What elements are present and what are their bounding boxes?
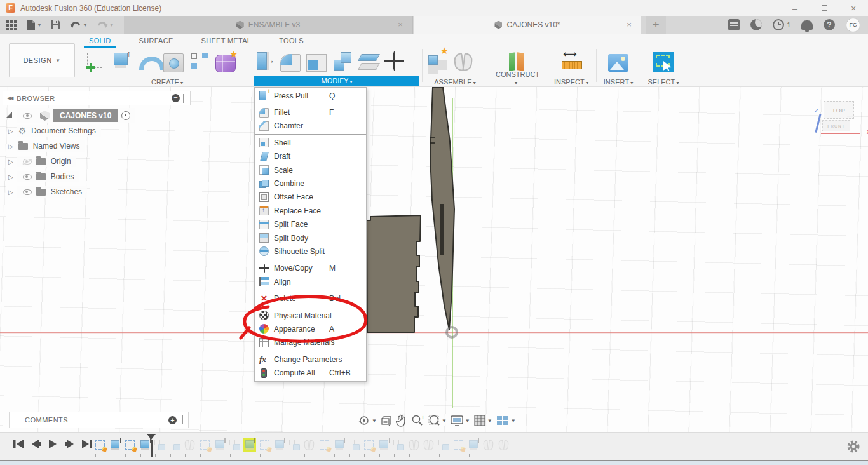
menu-item[interactable]: Align [255,275,366,288]
timeline-feature[interactable] [303,438,316,452]
new-tab-button[interactable]: + [646,16,666,34]
avatar[interactable]: FC [846,18,860,32]
joint-icon[interactable] [453,50,473,73]
menu-item[interactable]: Fillet F [255,105,366,119]
workspace-switcher[interactable]: DESIGN ▼ [9,43,75,78]
help-icon[interactable]: ? [824,19,835,30]
pan-button[interactable] [396,414,407,427]
timeline-feature[interactable] [273,438,286,452]
step-back-button[interactable] [30,439,41,449]
timeline-feature[interactable] [498,438,510,452]
menu-item[interactable]: Replace Face [255,204,366,217]
timeline-feature[interactable] [243,438,256,452]
pattern-icon[interactable] [189,50,210,73]
redo-button[interactable]: ▼ [97,20,114,29]
assemble-group-label[interactable]: ASSEMBLE [427,78,483,86]
root-component-name[interactable]: CAJONES v10 [53,109,118,122]
select-group-label[interactable]: SELECT [644,78,682,86]
menu-item[interactable]: Combine [255,177,366,190]
display-settings-button[interactable]: ▼ [450,414,470,427]
collapsed-arrow-icon[interactable]: ▷ [8,173,13,180]
timeline-feature[interactable] [452,438,465,452]
notification-clock-icon[interactable] [773,19,784,30]
browser-tree-row[interactable]: ▷ Sketches [3,184,191,199]
browser-tree-row[interactable]: ▷ Named Views [3,138,191,154]
browser-tree-row[interactable]: ▷ Origin [3,154,191,169]
timeline-feature[interactable] [378,438,391,452]
body-side-panel[interactable] [430,87,454,330]
close-button[interactable]: × [839,0,868,16]
menu-item[interactable]: Compute All Ctrl+B [255,366,366,379]
zoom-window-button[interactable]: ▼ [428,414,447,427]
viewports-button[interactable]: ▼ [496,414,516,427]
measure-icon[interactable] [561,50,581,73]
tree-node-label[interactable]: Sketches [51,187,82,196]
timeline-feature[interactable] [94,438,107,452]
menu-item[interactable]: Press Pull Q [255,89,366,102]
document-tab-ensamble[interactable]: ENSAMBLE v3 × [124,16,413,34]
view-cube-front-face[interactable]: FRONT [822,120,850,131]
timeline-settings-gear-icon[interactable] [846,440,860,454]
timeline-feature[interactable] [423,438,435,452]
zoom-button[interactable]: ± [410,414,424,427]
construction-plane-icon[interactable] [506,50,526,73]
view-cube[interactable]: TOP FRONT Z X [816,98,867,144]
split-body-icon[interactable] [358,50,379,73]
minimize-button[interactable]: – [780,0,810,16]
menu-item[interactable]: Physical Material [255,309,366,322]
menu-item[interactable]: Split Face [255,218,366,231]
insert-image-icon[interactable] [608,54,628,72]
timeline-feature[interactable] [318,438,331,452]
tree-node-label[interactable]: Document Settings [31,126,95,135]
menu-item[interactable]: Appearance A [255,322,366,335]
tab-sheet-metal[interactable]: SHEET METAL [201,37,252,47]
menu-item[interactable]: Offset Face [255,191,366,204]
browser-root-row[interactable]: CAJONES v10 [3,108,191,123]
fillet-icon[interactable] [280,54,301,72]
tree-node-label[interactable]: Origin [51,157,71,166]
select-icon[interactable] [653,52,674,72]
visibility-eye-icon[interactable] [23,159,32,165]
extrude-icon[interactable] [111,50,132,73]
timeline-feature[interactable] [259,438,271,452]
look-at-button[interactable] [380,414,393,427]
visibility-eye-icon[interactable] [23,174,32,180]
menu-item[interactable]: Shell [255,136,366,149]
menu-item[interactable]: Draft [255,150,366,163]
menu-item[interactable]: Scale [255,163,366,177]
collapse-panel-icon[interactable]: ◀◀ [7,95,12,101]
insert-group-label[interactable]: INSERT [600,78,637,86]
comments-panel[interactable]: COMMENTS + [9,412,189,428]
construct-group-label[interactable]: CONSTRUCT [496,71,536,86]
timeline-feature[interactable] [348,438,361,452]
timeline-position-marker[interactable] [147,434,156,457]
expanded-arrow-icon[interactable] [6,112,12,118]
app-grid-icon[interactable] [6,19,17,30]
play-button[interactable] [47,439,58,449]
timeline-feature[interactable] [184,438,196,452]
timeline-feature[interactable] [169,438,182,452]
orbit-button[interactable]: ▼ [358,414,377,427]
browser-tree-row[interactable]: ▷ ⚙ Document Settings [3,123,191,138]
timeline-feature[interactable] [214,438,226,452]
collapsed-arrow-icon[interactable]: ▷ [8,128,13,135]
timeline-feature[interactable] [468,438,480,452]
timeline-feature[interactable] [124,438,137,452]
panel-grip[interactable] [180,415,183,424]
move-icon[interactable] [384,50,405,73]
tree-node-label[interactable]: Named Views [33,142,80,151]
tab-solid[interactable]: SOLID [89,37,111,47]
press-pull-icon[interactable] [254,50,275,73]
timeline-feature[interactable] [408,438,421,452]
menu-item[interactable]: Manage Materials [255,336,366,349]
menu-item[interactable]: Delete Del [255,292,366,305]
collapsed-arrow-icon[interactable]: ▷ [8,189,13,196]
undo-button[interactable]: ▼ [70,20,88,29]
shell-icon[interactable] [306,54,327,72]
collapsed-arrow-icon[interactable]: ▷ [8,158,13,165]
create-group-label[interactable]: CREATE [85,78,249,86]
browser-collapse-icon[interactable]: − [172,94,180,102]
save-button[interactable] [51,20,61,30]
timeline-feature[interactable] [438,438,451,452]
grid-snap-button[interactable]: ▼ [473,414,492,427]
